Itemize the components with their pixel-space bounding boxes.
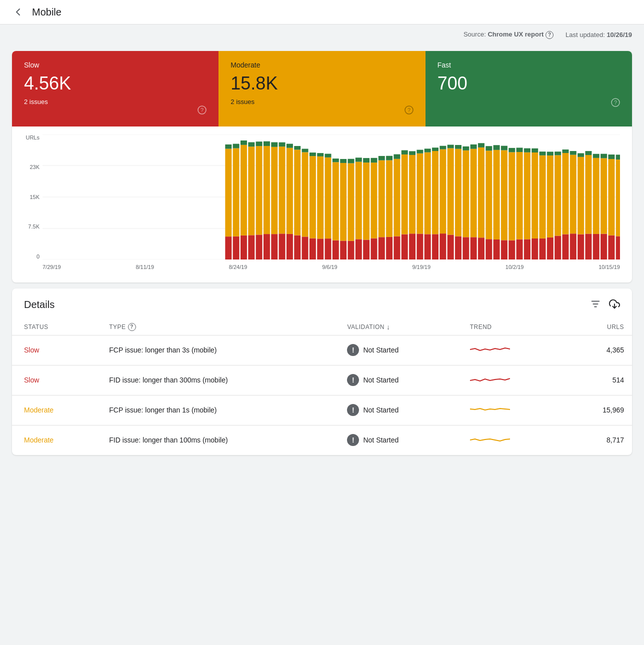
svg-rect-19 bbox=[240, 140, 247, 144]
svg-rect-88 bbox=[416, 150, 423, 153]
svg-rect-110 bbox=[478, 238, 484, 260]
col-header-status: Status bbox=[12, 319, 97, 336]
svg-rect-93 bbox=[432, 151, 438, 234]
svg-rect-102 bbox=[455, 148, 462, 236]
x-label-3: 9/6/19 bbox=[322, 264, 338, 270]
row-status: Slow bbox=[12, 365, 97, 395]
page-header: Mobile bbox=[0, 0, 644, 24]
moderate-value: 15.8K bbox=[230, 73, 413, 94]
svg-rect-165 bbox=[616, 160, 620, 236]
row-validation: !Not Started bbox=[335, 425, 458, 455]
svg-rect-91 bbox=[424, 148, 431, 152]
svg-rect-71 bbox=[378, 237, 385, 260]
filter-icon[interactable] bbox=[590, 298, 601, 311]
svg-rect-87 bbox=[416, 153, 423, 234]
svg-rect-121 bbox=[501, 146, 508, 150]
moderate-help-icon[interactable]: ? bbox=[404, 106, 414, 116]
details-tbody: SlowFCP issue: longer than 3s (mobile)!N… bbox=[12, 335, 632, 455]
svg-rect-33 bbox=[279, 146, 286, 234]
updated-info: Last updated: 10/26/19 bbox=[566, 31, 632, 38]
svg-rect-20 bbox=[248, 235, 254, 260]
svg-rect-81 bbox=[402, 154, 408, 234]
type-help-icon[interactable]: ? bbox=[128, 323, 136, 331]
svg-rect-29 bbox=[271, 234, 278, 260]
moderate-label: Moderate bbox=[230, 61, 413, 69]
svg-rect-157 bbox=[593, 154, 600, 158]
details-header: Details bbox=[12, 288, 632, 319]
svg-rect-50 bbox=[325, 238, 332, 260]
chart-area: URLs 23K 15K 7.5K 0 bbox=[12, 126, 632, 282]
svg-rect-73 bbox=[378, 156, 385, 160]
svg-rect-37 bbox=[286, 144, 293, 148]
svg-rect-79 bbox=[394, 154, 400, 158]
svg-rect-12 bbox=[225, 148, 232, 236]
svg-rect-99 bbox=[448, 148, 454, 234]
svg-rect-156 bbox=[593, 158, 600, 234]
not-started-label: Not Started bbox=[363, 436, 398, 444]
svg-text:?: ? bbox=[200, 107, 204, 113]
svg-rect-161 bbox=[608, 235, 614, 259]
not-started-icon: ! bbox=[347, 404, 359, 416]
svg-rect-155 bbox=[593, 234, 600, 259]
table-row[interactable]: SlowFCP issue: longer than 3s (mobile)!N… bbox=[12, 335, 632, 365]
page-title: Mobile bbox=[32, 6, 62, 18]
col-header-type: Type ? bbox=[97, 319, 335, 336]
trend-sparkline bbox=[470, 374, 510, 386]
y-label-23k: 23K bbox=[30, 164, 40, 170]
meta-bar: Source: Chrome UX report ? Last updated:… bbox=[0, 24, 644, 45]
not-started-icon: ! bbox=[347, 374, 359, 386]
source-help-icon[interactable]: ? bbox=[546, 31, 554, 39]
svg-rect-92 bbox=[432, 234, 438, 260]
x-label-0: 7/29/19 bbox=[42, 264, 61, 270]
updated-label: Last updated: bbox=[566, 31, 605, 38]
y-label-title: URLs bbox=[26, 134, 40, 140]
back-button[interactable] bbox=[12, 6, 24, 18]
svg-rect-26 bbox=[264, 234, 270, 260]
svg-rect-48 bbox=[317, 156, 324, 238]
table-header-row: Status Type ? Validation ↓ Trend URLs bbox=[12, 319, 632, 336]
x-label-5: 10/2/19 bbox=[506, 264, 524, 270]
svg-rect-95 bbox=[440, 234, 446, 260]
svg-rect-52 bbox=[325, 154, 332, 157]
svg-rect-135 bbox=[540, 155, 546, 238]
svg-rect-107 bbox=[470, 237, 477, 260]
svg-rect-40 bbox=[294, 146, 300, 149]
table-row[interactable]: ModerateFID issue: longer than 100ms (mo… bbox=[12, 425, 632, 455]
svg-rect-160 bbox=[600, 154, 607, 158]
col-header-urls: URLs bbox=[561, 319, 632, 336]
svg-rect-125 bbox=[516, 239, 523, 259]
row-status: Moderate bbox=[12, 395, 97, 425]
svg-rect-149 bbox=[578, 234, 584, 259]
svg-rect-59 bbox=[348, 240, 354, 259]
slow-help-icon[interactable]: ? bbox=[198, 106, 206, 116]
sort-down-icon: ↓ bbox=[386, 323, 390, 331]
y-label-7k: 7.5K bbox=[28, 224, 40, 230]
svg-text:?: ? bbox=[614, 100, 617, 106]
svg-rect-133 bbox=[532, 148, 538, 152]
svg-rect-108 bbox=[470, 148, 477, 237]
svg-rect-140 bbox=[554, 236, 561, 259]
updated-value: 10/26/19 bbox=[606, 31, 632, 38]
svg-rect-56 bbox=[340, 240, 346, 260]
table-row[interactable]: ModerateFCP issue: longer than 1s (mobil… bbox=[12, 395, 632, 425]
svg-rect-46 bbox=[310, 152, 316, 156]
trend-sparkline bbox=[470, 404, 510, 416]
svg-rect-109 bbox=[470, 144, 477, 148]
col-header-validation[interactable]: Validation ↓ bbox=[335, 319, 458, 336]
svg-rect-105 bbox=[462, 150, 469, 237]
download-icon[interactable] bbox=[609, 298, 620, 311]
row-trend bbox=[458, 425, 561, 455]
svg-rect-57 bbox=[340, 162, 346, 240]
svg-rect-146 bbox=[570, 234, 576, 260]
fast-help-icon[interactable]: ? bbox=[611, 98, 620, 109]
row-trend bbox=[458, 335, 561, 365]
svg-rect-101 bbox=[455, 236, 462, 260]
row-type: FID issue: longer than 300ms (mobile) bbox=[97, 365, 335, 395]
table-row[interactable]: SlowFID issue: longer than 300ms (mobile… bbox=[12, 365, 632, 395]
svg-rect-115 bbox=[486, 146, 492, 150]
svg-rect-13 bbox=[225, 144, 232, 148]
bars-chart bbox=[42, 134, 620, 260]
svg-rect-28 bbox=[264, 141, 270, 146]
svg-rect-119 bbox=[501, 240, 508, 260]
details-card: Details Status bbox=[12, 288, 632, 455]
